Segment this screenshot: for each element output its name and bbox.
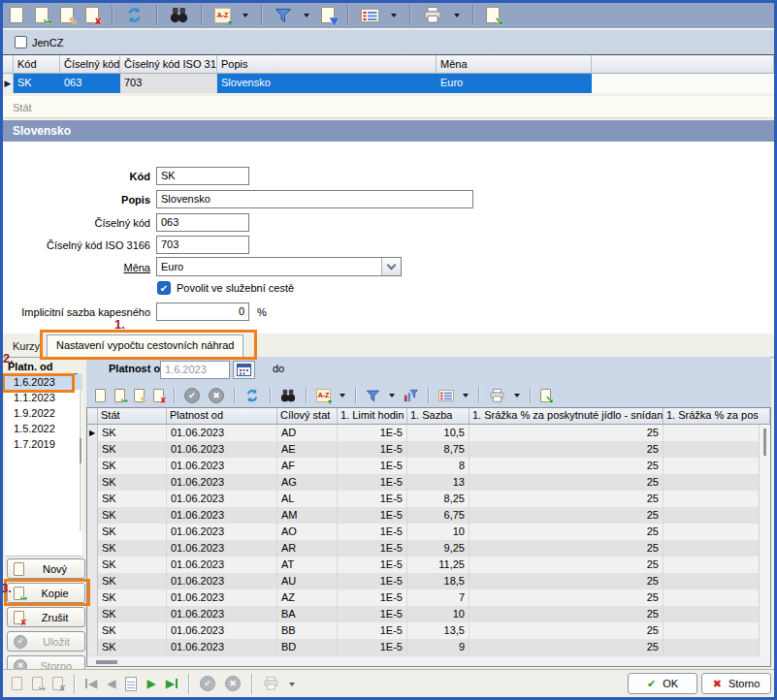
tab-kurzy[interactable]: Kurzy <box>13 340 40 352</box>
print-button[interactable] <box>488 388 506 403</box>
column-header[interactable]: 1. Limit hodin <box>338 408 407 425</box>
print-dropdown[interactable] <box>513 389 521 401</box>
new-button[interactable] <box>9 6 24 24</box>
cell: 1E-5 <box>338 540 407 557</box>
edit-button[interactable]: ✎ <box>59 6 75 24</box>
cell: SK <box>98 507 167 524</box>
table-row[interactable]: SK01.06.2023AZ1E-5725 <box>87 589 770 606</box>
filter-button[interactable] <box>365 388 381 403</box>
tab-nastaveni-nahrad[interactable]: Nastavení vypočtu cestovních náhrad <box>47 334 243 358</box>
table-row[interactable]: SK01.06.2023AT1E-511,2525 <box>87 557 770 573</box>
columns-dropdown[interactable] <box>462 389 469 401</box>
column-header[interactable]: Měna <box>437 55 592 74</box>
detail-view-button[interactable] <box>124 676 138 692</box>
mena-label[interactable]: Měna <box>3 259 150 277</box>
horizontal-scrollbar[interactable] <box>87 655 770 666</box>
copy-button[interactable]: ↪ <box>113 388 126 403</box>
table-row[interactable]: SK01.06.2023AU1E-518,525 <box>87 573 770 589</box>
table-row[interactable]: SK01.06.2023AG1E-51325 <box>87 474 770 491</box>
columns-button[interactable] <box>360 8 380 23</box>
platnost-od-field[interactable]: 1.6.2023 <box>160 361 230 379</box>
kapesne-field[interactable]: 0 <box>156 302 249 321</box>
column-header[interactable]: Kód <box>14 55 60 74</box>
column-header[interactable]: Číselný kód ISO 3166 <box>120 55 217 74</box>
validity-list-header[interactable]: Platn. od <box>8 361 78 374</box>
ciselny-kod-field[interactable]: 063 <box>156 213 249 232</box>
export-button[interactable]: ↘ <box>539 388 552 403</box>
new-button[interactable] <box>94 388 107 403</box>
prior-record-button[interactable]: ◀ <box>106 676 116 691</box>
delete-button[interactable]: ✘ <box>84 6 100 24</box>
povolit-checkbox[interactable] <box>157 281 171 295</box>
list-scrollbar-thumb[interactable] <box>80 438 81 463</box>
table-row[interactable]: ▶SK01.06.2023AD1E-510,525 <box>87 425 770 441</box>
print-dropdown[interactable] <box>288 678 296 690</box>
kopie-button[interactable]: ↪ Kopie <box>7 583 85 603</box>
novy-button[interactable]: Nový <box>7 558 85 579</box>
date-item[interactable]: 1.1.2023 <box>5 390 82 405</box>
search-button[interactable] <box>279 388 297 403</box>
column-header[interactable]: Platnost od <box>167 408 277 425</box>
export-button[interactable]: ↘ <box>485 6 501 24</box>
refresh-button[interactable] <box>124 5 145 25</box>
sort-az-dropdown[interactable] <box>242 9 249 21</box>
filter-dropdown[interactable] <box>303 9 310 21</box>
print-dropdown[interactable] <box>453 9 461 21</box>
jencz-checkbox[interactable] <box>15 36 27 48</box>
filter-advanced-button[interactable]: ▼ <box>320 6 336 24</box>
filter-button[interactable] <box>274 6 293 24</box>
print-button[interactable] <box>422 6 443 24</box>
column-header[interactable]: 1. Srážka % za pos <box>664 408 770 425</box>
table-row[interactable]: SK01.06.2023BB1E-513,525 <box>87 622 770 639</box>
columns-dropdown[interactable] <box>390 9 398 21</box>
sort-az-dropdown[interactable] <box>339 389 346 401</box>
columns-button[interactable] <box>437 389 455 402</box>
column-header[interactable]: Stát <box>98 408 167 425</box>
popis-field[interactable]: Slovensko <box>156 190 473 208</box>
row-cursor-marker <box>87 573 98 589</box>
scrollbar-thumb[interactable] <box>96 660 117 664</box>
filter-builder-button[interactable] <box>403 388 419 403</box>
rates-grid-header: Stát Platnost od Cílový stat 1. Limit ho… <box>87 408 770 425</box>
table-row[interactable]: SK01.06.2023AF1E-5825 <box>87 458 770 474</box>
date-item[interactable]: 1.5.2022 <box>5 421 82 436</box>
delete-button[interactable]: ✘ <box>152 388 165 403</box>
sort-az-button[interactable]: A-Z <box>213 7 232 24</box>
column-header[interactable]: Číselný kód <box>60 55 120 74</box>
storno-button[interactable]: ✖Storno <box>701 673 771 694</box>
search-button[interactable] <box>169 6 189 24</box>
date-item[interactable]: 1.9.2022 <box>5 405 82 421</box>
calendar-button[interactable] <box>233 361 255 379</box>
vertical-scrollbar[interactable] <box>759 425 770 656</box>
table-row[interactable]: SK01.06.2023AM1E-56,7525 <box>87 507 770 524</box>
iso-field[interactable]: 703 <box>156 236 249 254</box>
table-row[interactable]: SK01.06.2023AL1E-58,2525 <box>87 491 770 507</box>
kod-field[interactable]: SK <box>156 167 249 185</box>
sort-az-button[interactable]: A-Z <box>315 388 332 403</box>
column-header[interactable]: Popis <box>217 55 437 74</box>
date-item-selected[interactable]: 1.6.2023 <box>5 374 82 390</box>
table-row[interactable]: SK01.06.2023AO1E-51025 <box>87 524 770 540</box>
date-item[interactable]: 1.7.2019 <box>5 436 82 452</box>
filter-dropdown[interactable] <box>388 389 396 401</box>
combo-dropdown-button[interactable] <box>381 258 401 275</box>
last-record-button[interactable]: ▶ <box>165 676 178 691</box>
mena-combobox[interactable]: Euro <box>156 257 402 276</box>
column-header[interactable]: 1. Sazba <box>407 408 469 425</box>
edit-button[interactable]: ✎ <box>133 388 146 403</box>
country-row-selected[interactable]: ▶ SK 063 703 Slovensko Euro <box>3 74 774 93</box>
table-row[interactable]: SK01.06.2023BA1E-51025 <box>87 606 770 622</box>
copy-button[interactable]: ↪ <box>34 6 49 24</box>
storno-button-label: Storno <box>728 678 760 689</box>
first-record-button[interactable]: ◀ <box>84 676 98 691</box>
table-row[interactable]: SK01.06.2023BD1E-5925 <box>87 639 770 655</box>
ok-button[interactable]: ✔OK <box>628 673 697 694</box>
refresh-button[interactable] <box>243 387 261 404</box>
zrusit-button[interactable]: ✘ Zrušit <box>7 607 85 627</box>
scrollbar-thumb[interactable] <box>763 429 766 456</box>
table-row[interactable]: SK01.06.2023AR1E-59,2525 <box>87 540 770 557</box>
next-record-button[interactable]: ▶ <box>146 676 156 691</box>
column-header[interactable]: Cílový stat <box>277 408 338 425</box>
table-row[interactable]: SK01.06.2023AE1E-58,7525 <box>87 441 770 458</box>
column-header[interactable]: 1. Srážka % za poskytnuté jídlo - snídan… <box>469 408 664 425</box>
